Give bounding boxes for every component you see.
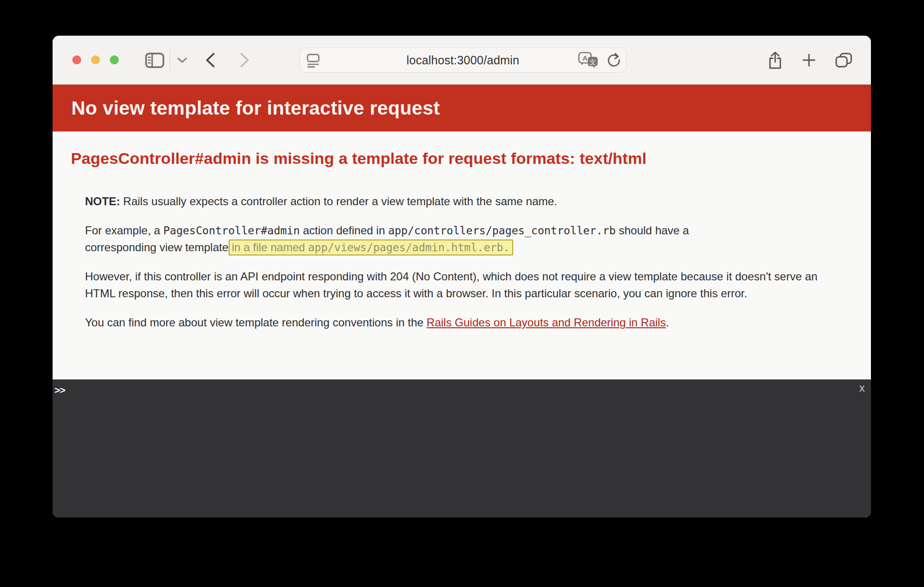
error-banner: No view template for interactive request (53, 85, 871, 131)
sidebar-icon (145, 53, 164, 68)
however-paragraph: However, if this controller is an API en… (85, 268, 841, 302)
address-bar[interactable]: localhost:3000/admin A 文 (300, 47, 626, 73)
traffic-lights (72, 55, 119, 64)
controller-file-code: app/controllers/pages_controller.rb (388, 224, 616, 237)
share-icon (768, 51, 783, 70)
highlighted-template-path: in a file named app/views/pages/admin.ht… (229, 239, 513, 255)
reload-icon (606, 52, 621, 68)
tab-overview-icon (835, 52, 853, 68)
error-banner-title: No view template for interactive request (71, 97, 440, 119)
example-paragraph: For example, a PagesController#admin act… (85, 222, 761, 256)
plus-icon (802, 53, 816, 67)
svg-text:A: A (583, 54, 588, 62)
note-paragraph: NOTE: Rails usually expects a controller… (85, 193, 841, 210)
close-window-button[interactable] (72, 55, 81, 64)
url-text[interactable]: localhost:3000/admin (300, 54, 626, 67)
sidebar-menu-button[interactable] (175, 36, 190, 85)
forward-button[interactable] (238, 36, 251, 85)
rails-guides-link[interactable]: Rails Guides on Layouts and Rendering in… (427, 316, 666, 329)
error-page-content: PagesController#admin is missing a templ… (53, 131, 871, 379)
back-icon (206, 53, 215, 68)
new-tab-button[interactable] (800, 36, 818, 85)
template-path-code: app/views/pages/admin.html.erb. (308, 241, 509, 254)
sidebar-toggle-button[interactable] (144, 36, 165, 85)
browser-window: localhost:3000/admin A 文 (53, 36, 871, 517)
error-heading: PagesController#admin is missing a templ… (71, 149, 850, 168)
zoom-window-button[interactable] (110, 55, 119, 64)
web-console[interactable]: >> x (53, 379, 871, 517)
console-prompt[interactable]: >> (54, 385, 65, 396)
share-button[interactable] (766, 36, 784, 85)
reload-button[interactable] (606, 52, 621, 68)
controller-action-code: PagesController#admin (163, 224, 300, 237)
back-button[interactable] (204, 36, 217, 85)
toolbar-divider (169, 50, 170, 70)
minimize-window-button[interactable] (91, 55, 100, 64)
note-label: NOTE: (85, 195, 120, 208)
more-info-paragraph: You can find more about view template re… (85, 314, 841, 331)
svg-text:文: 文 (590, 59, 596, 66)
chevron-down-icon (177, 57, 187, 63)
browser-toolbar: localhost:3000/admin A 文 (53, 36, 871, 85)
forward-icon (240, 53, 249, 68)
console-close-button[interactable]: x (859, 382, 865, 394)
translate-button[interactable]: A 文 (578, 52, 600, 69)
translate-icon: A 文 (578, 52, 600, 69)
tab-overview-button[interactable] (834, 36, 854, 85)
